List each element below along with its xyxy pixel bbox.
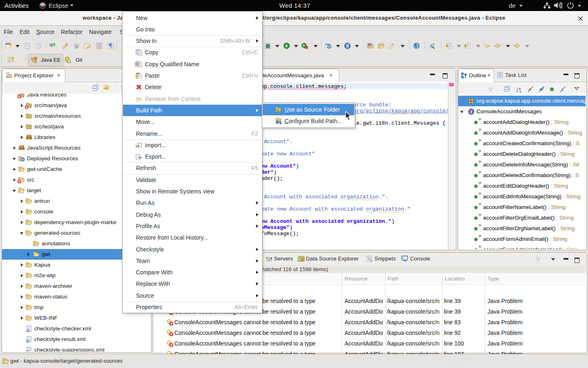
- svg-text:z: z: [520, 90, 521, 93]
- svg-text:GIT: GIT: [67, 61, 71, 63]
- svg-text:I: I: [470, 110, 472, 114]
